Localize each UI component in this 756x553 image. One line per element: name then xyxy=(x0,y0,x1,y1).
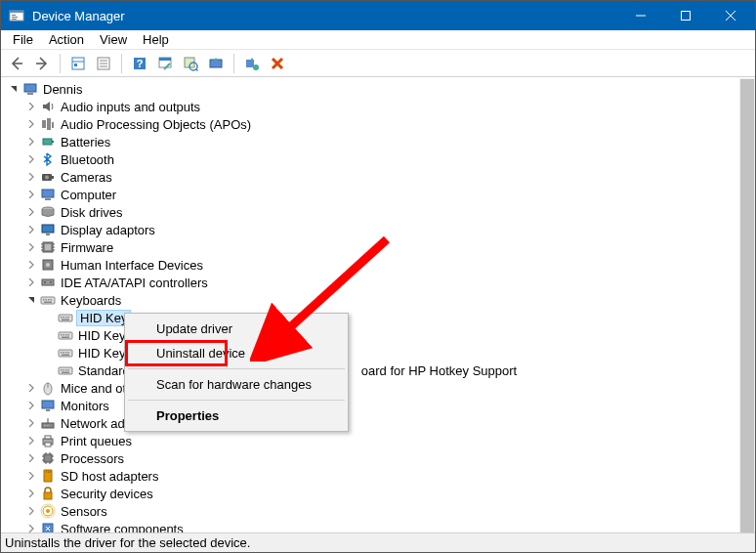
svg-rect-24 xyxy=(246,60,254,67)
tree-root[interactable]: Dennis xyxy=(7,80,739,98)
tree-category[interactable]: SD host adapters xyxy=(24,467,739,485)
svg-point-25 xyxy=(253,64,259,70)
tree-category[interactable]: Display adaptors xyxy=(24,221,739,238)
expand-arrow-icon[interactable] xyxy=(24,451,38,465)
svg-rect-75 xyxy=(65,352,67,354)
svg-rect-35 xyxy=(52,176,54,179)
properties-icon[interactable] xyxy=(92,52,115,75)
tree-category-label: Software components xyxy=(60,522,185,533)
tree-category[interactable]: IDE ATA/ATAPI controllers xyxy=(24,274,739,291)
context-menu-item[interactable]: Properties xyxy=(127,404,346,428)
menu-help[interactable]: Help xyxy=(135,30,177,49)
device-tree[interactable]: Dennis Audio inputs and outputs Audio Pr… xyxy=(1,78,739,532)
expand-arrow-icon[interactable] xyxy=(24,152,38,166)
menu-action[interactable]: Action xyxy=(41,30,92,49)
context-menu-item[interactable]: Update driver xyxy=(127,317,346,341)
svg-rect-79 xyxy=(61,369,63,371)
tree-category[interactable]: Sensors xyxy=(24,502,739,520)
scrollbar-thumb[interactable] xyxy=(740,79,754,532)
expand-arrow-icon[interactable] xyxy=(24,258,38,272)
context-menu-item[interactable]: Uninstall device xyxy=(127,341,346,365)
update-driver-icon[interactable] xyxy=(204,52,228,75)
expand-arrow-icon[interactable] xyxy=(24,504,38,518)
forward-button[interactable] xyxy=(30,52,54,75)
camera-icon xyxy=(40,169,56,185)
scrollbar[interactable] xyxy=(739,78,755,532)
expand-arrow-icon[interactable] xyxy=(24,276,38,289)
svg-rect-26 xyxy=(24,84,36,92)
expand-arrow-icon[interactable] xyxy=(24,522,38,532)
context-menu-separator xyxy=(128,368,345,369)
menu-view[interactable]: View xyxy=(92,30,135,49)
expand-arrow-icon[interactable] xyxy=(24,170,38,184)
tree-category[interactable]: Audio inputs and outputs xyxy=(24,98,739,115)
display-icon xyxy=(40,222,56,237)
maximize-button[interactable] xyxy=(663,1,708,30)
tree-category[interactable]: Disk drives xyxy=(24,203,739,221)
tree-category[interactable]: Firmware xyxy=(24,238,739,256)
svg-text:?: ? xyxy=(137,58,144,69)
mouse-icon xyxy=(40,380,56,396)
svg-rect-9 xyxy=(72,58,84,69)
expand-arrow-icon[interactable] xyxy=(24,416,38,430)
tree-category-label: Computer xyxy=(60,188,117,202)
svg-point-52 xyxy=(44,281,46,283)
uninstall-icon[interactable] xyxy=(240,52,264,75)
expand-arrow-icon[interactable] xyxy=(24,381,38,395)
expand-arrow-icon[interactable] xyxy=(24,487,38,500)
tree-category[interactable]: Software components xyxy=(24,520,739,532)
tree-category[interactable]: Security devices xyxy=(24,485,739,502)
expand-arrow-icon[interactable] xyxy=(7,82,21,96)
svg-point-50 xyxy=(46,263,50,267)
expand-arrow-icon[interactable] xyxy=(24,469,38,483)
show-hidden-icon[interactable] xyxy=(66,52,90,75)
menubar: File Action View Help xyxy=(1,30,755,50)
svg-rect-80 xyxy=(63,369,65,371)
tree-category[interactable]: Batteries xyxy=(24,133,739,150)
computer-icon xyxy=(22,81,38,97)
keyboard-icon xyxy=(58,345,73,361)
collapse-arrow-icon[interactable] xyxy=(24,293,38,307)
expand-arrow-icon[interactable] xyxy=(24,240,38,254)
expand-arrow-icon[interactable] xyxy=(24,135,38,149)
svg-rect-105 xyxy=(50,471,51,473)
printer-icon xyxy=(40,433,56,448)
svg-rect-76 xyxy=(68,352,70,354)
help-icon[interactable]: ? xyxy=(128,52,151,75)
svg-rect-93 xyxy=(45,443,51,447)
expand-arrow-icon[interactable] xyxy=(24,188,38,201)
expand-arrow-icon[interactable] xyxy=(24,434,38,447)
context-menu-separator xyxy=(128,400,345,401)
svg-rect-81 xyxy=(65,369,67,371)
tree-category[interactable]: Keyboards xyxy=(24,291,739,309)
apo-icon xyxy=(40,116,56,132)
tree-category[interactable]: Human Interface Devices xyxy=(24,256,739,274)
expand-arrow-icon[interactable] xyxy=(24,100,38,113)
tree-category[interactable]: Cameras xyxy=(24,168,739,186)
expand-arrow-icon[interactable] xyxy=(24,117,38,131)
tree-category-label: IDE ATA/ATAPI controllers xyxy=(60,276,209,290)
svg-rect-31 xyxy=(43,139,52,145)
tree-category[interactable]: Computer xyxy=(24,186,739,203)
svg-rect-69 xyxy=(65,334,67,336)
tree-category[interactable]: Audio Processing Objects (APOs) xyxy=(24,115,739,133)
tree-category[interactable]: Print queues xyxy=(24,432,739,449)
tree-category[interactable]: Bluetooth xyxy=(24,150,739,168)
context-menu-item[interactable]: Scan for hardware changes xyxy=(127,372,346,397)
expand-arrow-icon[interactable] xyxy=(24,399,38,412)
tree-category-label: Print queues xyxy=(60,434,133,448)
tree-category[interactable]: Processors xyxy=(24,449,739,467)
svg-rect-19 xyxy=(159,58,171,61)
action-icon[interactable] xyxy=(153,52,177,75)
delete-icon[interactable] xyxy=(266,52,289,75)
close-button[interactable] xyxy=(708,1,753,30)
tree-category-label: Batteries xyxy=(60,135,111,149)
network-icon xyxy=(40,415,56,431)
tree-category-label: Human Interface Devices xyxy=(60,258,204,273)
back-button[interactable] xyxy=(5,52,28,75)
minimize-button[interactable] xyxy=(618,1,663,30)
expand-arrow-icon[interactable] xyxy=(24,223,38,236)
scan-hardware-icon[interactable] xyxy=(179,52,202,75)
expand-arrow-icon[interactable] xyxy=(24,205,38,219)
menu-file[interactable]: File xyxy=(5,30,41,49)
